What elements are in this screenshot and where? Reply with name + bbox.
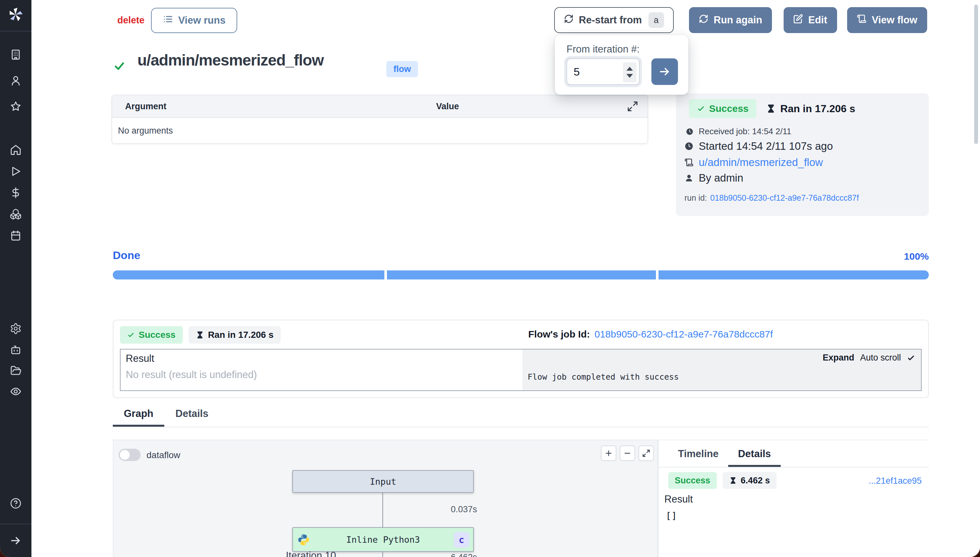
flow-path-line: u/admin/mesmerized_flow: [684, 156, 823, 169]
status-label: Success: [709, 103, 749, 114]
sidebar-item-workspace[interactable]: [10, 49, 22, 60]
run-again-label: Run again: [713, 14, 762, 26]
status-badge: Success: [120, 326, 183, 344]
result-empty-text: No result (result is undefined): [126, 369, 257, 381]
flow-graph-panel: dataflow Input 0.037s Inline Pytho: [113, 440, 658, 557]
flow-job-id-line: Flow's job Id: 018b9050-6230-cf12-a9e7-7…: [528, 329, 773, 340]
view-runs-label: View runs: [178, 15, 226, 26]
status-label: Success: [139, 330, 176, 340]
hourglass-icon: [196, 331, 204, 339]
arrow-right-icon: [658, 65, 671, 78]
sidebar-item-resources[interactable]: [10, 208, 22, 220]
zoom-out-button[interactable]: [620, 445, 635, 461]
autoscroll-label[interactable]: Auto scroll: [860, 353, 901, 363]
log-pane: Expand Auto scroll Flow job completed wi…: [522, 350, 921, 390]
progress-label: Done: [113, 249, 140, 262]
keyboard-shortcut-badge: a: [648, 12, 664, 28]
scroll-icon: [857, 14, 866, 26]
sidebar-item-settings[interactable]: [10, 322, 22, 335]
panel-tabs: Timeline Details: [658, 440, 929, 467]
tab-timeline[interactable]: Timeline: [668, 440, 728, 467]
run-again-button[interactable]: Run again: [689, 7, 772, 33]
sidebar-item-user[interactable]: [10, 75, 22, 86]
expand-sidebar-icon[interactable]: [10, 535, 22, 547]
dataflow-toggle[interactable]: [119, 449, 141, 461]
restart-from-button[interactable]: Re-start from a: [554, 7, 674, 33]
column-value: Value: [423, 101, 472, 112]
run-info-panel: Success Ran in 17.206 s Received job: 14…: [676, 93, 929, 216]
iteration-node-label[interactable]: Iteration 10: [286, 550, 336, 557]
check-icon: [127, 331, 135, 339]
sidebar-item-folders[interactable]: [10, 365, 22, 376]
tab-step-details[interactable]: Details: [728, 440, 781, 467]
user-icon: [684, 173, 694, 182]
step-duration: 0.037s: [412, 505, 477, 515]
expand-table-icon[interactable]: [627, 101, 639, 112]
restart-from-label: Re-start from: [579, 14, 642, 26]
python-icon: [297, 534, 310, 546]
run-id-link[interactable]: 018b9050-6230-cf12-a9e7-76a78dccc87f: [710, 193, 859, 203]
dataflow-label: dataflow: [146, 450, 180, 460]
number-stepper[interactable]: [623, 62, 637, 82]
flow-path-link[interactable]: u/admin/mesmerized_flow: [699, 156, 823, 169]
progress-bar: [113, 270, 929, 280]
sidebar-item-home[interactable]: [10, 144, 22, 156]
progress-segment: [387, 270, 656, 280]
graph-node-input[interactable]: Input: [292, 470, 474, 493]
duration-badge: 6.462 s: [723, 472, 777, 489]
status-label: Success: [675, 476, 710, 486]
refresh-icon: [699, 14, 709, 26]
view-flow-button[interactable]: View flow: [847, 7, 927, 33]
tab-graph[interactable]: Graph: [113, 406, 164, 427]
tab-details[interactable]: Details: [164, 406, 219, 427]
step-duration: 6.462s: [412, 552, 477, 557]
clock-icon: [686, 128, 694, 135]
arguments-table-header: Argument Value: [112, 95, 647, 118]
author-line: By admin: [684, 172, 743, 184]
run-id-line: run id: 018b9050-6230-cf12-a9e7-76a78dcc…: [684, 193, 859, 203]
edit-button[interactable]: Edit: [783, 7, 837, 33]
clock-icon: [684, 142, 694, 151]
fullscreen-graph-button[interactable]: [639, 445, 654, 461]
confirm-restart-button[interactable]: [652, 59, 678, 85]
graph-node-python[interactable]: Inline Python3 c: [292, 527, 474, 552]
success-check-icon: [114, 60, 125, 72]
toggle-knob: [120, 450, 130, 460]
restart-iteration-popup: From iteration #:: [555, 35, 688, 94]
duration-badge: Ran in 17.206 s: [189, 326, 281, 344]
zoom-in-button[interactable]: [601, 445, 616, 461]
sidebar-item-audit-logs[interactable]: [10, 386, 22, 397]
iteration-input-box: [567, 59, 640, 85]
stepper-down-icon[interactable]: [626, 74, 633, 78]
windmill-logo-icon[interactable]: [8, 7, 23, 22]
hourglass-icon: [766, 104, 776, 114]
graph-edge: [382, 552, 383, 557]
sidebar-item-runs[interactable]: [10, 165, 22, 178]
status-badge: Success: [689, 99, 756, 118]
sidebar-item-favorites[interactable]: [10, 101, 22, 112]
progress-segment: [113, 270, 384, 280]
delete-button[interactable]: delete: [117, 15, 145, 26]
autoscroll-check-icon[interactable]: [907, 354, 915, 362]
expand-log-button[interactable]: Expand: [822, 353, 854, 363]
iteration-label: From iteration #:: [567, 44, 640, 55]
sidebar-item-schedules[interactable]: [10, 230, 22, 241]
view-flow-label: View flow: [872, 14, 917, 26]
sidebar-item-variables[interactable]: [10, 187, 22, 199]
windmill-run-page: delete View runs Re-start from a Run aga…: [0, 0, 980, 557]
sidebar-divider: [0, 524, 31, 524]
scrollbar-thumb[interactable]: [974, 5, 978, 144]
help-icon[interactable]: [10, 497, 22, 509]
main-tabs: Graph Details: [113, 406, 929, 427]
started-line: Started 14:54 2/11 107s ago: [684, 140, 833, 152]
stepper-up-icon[interactable]: [626, 67, 633, 71]
sidebar-item-workers[interactable]: [10, 344, 22, 356]
step-job-link[interactable]: ...21ef1ace95: [868, 476, 921, 486]
python-node-label: Inline Python3: [346, 535, 420, 545]
job-id-link[interactable]: 018b9050-6230-cf12-a9e7-76a78dccc87f: [594, 329, 773, 340]
step-details-panel: Timeline Details Success 6.462 s ...21ef…: [658, 440, 929, 557]
scroll-icon: [684, 158, 694, 167]
page-title: u/admin/mesmerized_flow: [137, 51, 324, 69]
view-runs-button[interactable]: View runs: [151, 8, 237, 33]
run-duration: Ran in 17.206 s: [766, 103, 855, 115]
